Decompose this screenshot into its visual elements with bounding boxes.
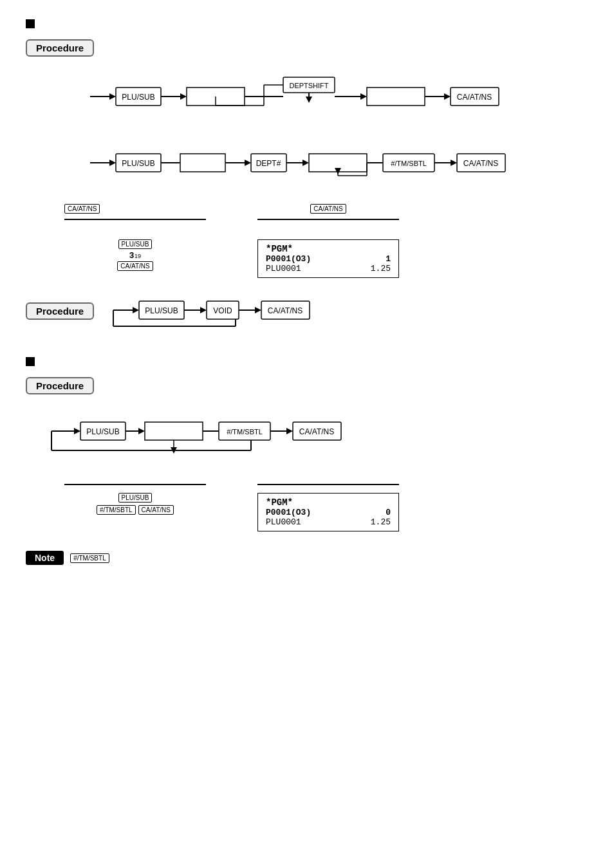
svg-text:PLU/SUB: PLU/SUB — [122, 93, 154, 102]
svg-rect-72 — [145, 422, 203, 440]
note-key: #/TM/SBTL — [70, 553, 109, 563]
void-flow-container: PLU/SUB VOID CA/AT/NS — [107, 291, 364, 338]
procedure3-container: Procedure — [26, 377, 588, 401]
svg-text:PLU/SUB: PLU/SUB — [86, 427, 119, 436]
procedure2-badge: Procedure — [26, 302, 94, 320]
ca-at-ns-key-2: CA/AT/NS — [138, 505, 174, 515]
svg-text:PLU/SUB: PLU/SUB — [122, 159, 154, 168]
plu-sub-key-small: PLU/SUB — [118, 239, 153, 249]
plu-sub-key-small-2: PLU/SUB — [118, 493, 153, 503]
svg-text:PLU/SUB: PLU/SUB — [145, 306, 178, 315]
svg-marker-25 — [109, 160, 116, 166]
procedure3-badge: Procedure — [26, 377, 94, 394]
note-section: Note #/TM/SBTL — [26, 551, 588, 565]
ca-at-ns-key-bottom: CA/AT/NS — [117, 261, 153, 271]
svg-text:CA/AT/NS: CA/AT/NS — [299, 427, 334, 436]
section1-bullet — [26, 19, 588, 34]
display-section-1: CA/AT/NS PLU/SUB 3 19 CA/AT/NS CA/AT/NS … — [64, 203, 588, 278]
three-key-row: 3 19 — [129, 250, 141, 260]
flow-diagram-2: PLU/SUB DEPT# #/TM/SBTL — [26, 137, 588, 190]
bullet2-icon — [26, 357, 35, 366]
tm-sbtl-key-2: #/TM/SBTL — [97, 505, 136, 515]
procedure2-row: Procedure PLU/SUB VOID — [26, 291, 588, 338]
pgm-title-2: *PGM* — [266, 497, 391, 508]
svg-rect-29 — [180, 154, 225, 172]
bullet-icon — [26, 19, 35, 28]
svg-text:#/TM/SBTL: #/TM/SBTL — [391, 160, 427, 167]
pgm-line2-2: P0001(O3) 0 — [266, 508, 391, 517]
page-content: Procedure PLU/SUB DEPTSHIFT — [0, 0, 614, 584]
svg-marker-18 — [360, 93, 367, 100]
display-right-1: CA/AT/NS *PGM* P0001(O3) 1 PLU0001 1.25 — [257, 203, 399, 278]
svg-text:CA/AT/NS: CA/AT/NS — [457, 93, 492, 102]
svg-text:DEPT#: DEPT# — [256, 159, 281, 168]
three-num: 3 — [129, 250, 134, 260]
plu0001-label-2: PLU0001 — [266, 517, 301, 527]
svg-marker-31 — [245, 160, 251, 166]
flow-diagram-1: PLU/SUB DEPTSHIFT — [26, 71, 588, 124]
svg-text:DEPTSHIFT: DEPTSHIFT — [289, 82, 328, 89]
ca-at-ns-label-1: CA/AT/NS — [64, 203, 206, 214]
display-section-2: PLU/SUB #/TM/SBTL CA/AT/NS *PGM* P0001(O… — [64, 481, 588, 531]
svg-marker-21 — [444, 93, 451, 100]
svg-marker-56 — [200, 307, 207, 313]
display-left-2: PLU/SUB #/TM/SBTL CA/AT/NS — [64, 481, 206, 515]
svg-marker-1 — [109, 93, 116, 100]
flow-svg-3: PLU/SUB #/TM/SBTL CA/AT/NS — [39, 409, 489, 466]
pgm-line3-1: PLU0001 1.25 — [266, 264, 391, 273]
pgm-title-1: *PGM* — [266, 244, 391, 254]
pgm-line3-2: PLU0001 1.25 — [266, 517, 391, 527]
section2-bullet — [26, 357, 588, 372]
ca-at-ns-key-top: CA/AT/NS — [64, 204, 100, 214]
note-badge: Note — [26, 551, 64, 565]
svg-text:VOID: VOID — [214, 306, 233, 315]
ca-at-ns-key-right: CA/AT/NS — [310, 204, 346, 214]
p0001-o3-1: P0001(O3) — [266, 254, 311, 264]
p0001-val-2: 0 — [386, 508, 391, 517]
stacked-keys-left-2: PLU/SUB #/TM/SBTL CA/AT/NS — [64, 493, 206, 515]
procedure1-container: Procedure — [26, 39, 588, 63]
stacked-keys-left: PLU/SUB 3 19 CA/AT/NS — [64, 239, 206, 271]
svg-marker-52 — [133, 307, 139, 313]
svg-marker-71 — [138, 428, 145, 434]
plu0001-val-2: 1.25 — [371, 517, 391, 527]
display-right-2: *PGM* P0001(O3) 0 PLU0001 1.25 — [257, 481, 399, 531]
pgm-line2-1: P0001(O3) 1 — [266, 254, 391, 264]
svg-text:CA/AT/NS: CA/AT/NS — [268, 306, 302, 315]
plu0001-label-1: PLU0001 — [266, 264, 301, 273]
svg-marker-79 — [286, 428, 293, 434]
flow-diagram-3: PLU/SUB #/TM/SBTL CA/AT/NS — [39, 409, 588, 468]
svg-marker-35 — [302, 160, 309, 166]
void-flow-svg: PLU/SUB VOID CA/AT/NS — [107, 291, 364, 336]
pgm-display-2: *PGM* P0001(O3) 0 PLU0001 1.25 — [257, 493, 399, 531]
svg-rect-19 — [367, 88, 425, 106]
svg-marker-60 — [255, 307, 261, 313]
svg-text:CA/AT/NS: CA/AT/NS — [463, 159, 498, 168]
svg-text:#/TM/SBTL: #/TM/SBTL — [227, 428, 263, 436]
display-left-1: CA/AT/NS PLU/SUB 3 19 CA/AT/NS — [64, 203, 206, 271]
flow-svg-1: PLU/SUB DEPTSHIFT — [26, 71, 579, 122]
p0001-o3-2: P0001(O3) — [266, 508, 311, 517]
ca-at-ns-label-2: CA/AT/NS — [257, 203, 399, 214]
flow-svg-2: PLU/SUB DEPT# #/TM/SBTL — [26, 137, 579, 189]
procedure1-badge: Procedure — [26, 39, 94, 57]
svg-marker-11 — [306, 97, 312, 103]
svg-marker-67 — [74, 428, 80, 434]
svg-marker-46 — [451, 160, 457, 166]
p0001-val-1: 1 — [386, 254, 391, 264]
svg-marker-5 — [180, 93, 187, 100]
plu0001-val-1: 1.25 — [371, 264, 391, 273]
pgm-display-1: *PGM* P0001(O3) 1 PLU0001 1.25 — [257, 239, 399, 278]
nineteen-sup: 19 — [135, 253, 141, 259]
bottom-two-keys: #/TM/SBTL CA/AT/NS — [97, 505, 174, 515]
